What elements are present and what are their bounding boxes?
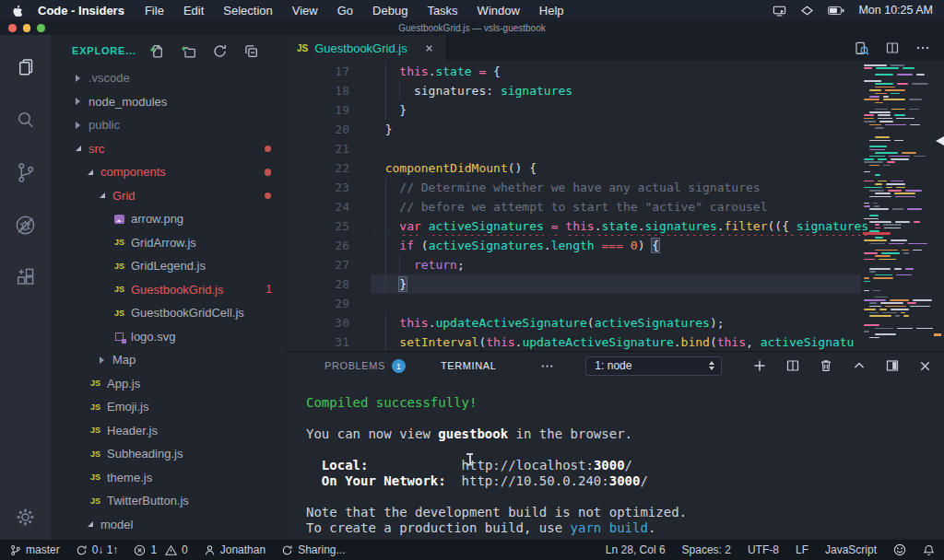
menu-view[interactable]: View	[292, 4, 318, 18]
code-line-24[interactable]: 24 // before we attempt to start the "ac…	[286, 197, 944, 216]
collapse-all-icon[interactable]	[243, 43, 259, 59]
tree-item-logo-svg[interactable]: logo.svg	[51, 325, 286, 349]
source-control-icon[interactable]	[0, 146, 51, 199]
tab-terminal[interactable]: TERMINAL	[441, 360, 496, 371]
status-sharing-label: Sharing...	[298, 543, 345, 556]
code-line-17[interactable]: 17 this.state = {	[286, 62, 944, 81]
split-terminal-icon[interactable]	[785, 358, 800, 373]
code-line-21[interactable]: 21	[286, 139, 944, 158]
tree-item--vscode[interactable]: .vscode	[51, 66, 286, 90]
menu-selection[interactable]: Selection	[223, 4, 272, 18]
code-line-30[interactable]: 30 this.updateActiveSignature(activeSign…	[286, 313, 944, 332]
new-folder-icon[interactable]	[181, 43, 196, 59]
panel-more-icon[interactable]	[540, 359, 554, 373]
window-close-button[interactable]	[8, 24, 17, 32]
settings-gear-icon[interactable]	[0, 494, 51, 540]
search-icon[interactable]	[0, 94, 51, 146]
tree-item-grid[interactable]: Grid	[51, 184, 286, 208]
code-editor[interactable]: 17 this.state = {18 signatures: signatur…	[286, 61, 944, 351]
status-indentation[interactable]: Spaces: 2	[682, 543, 731, 556]
terminal-instance-select[interactable]: 1: node	[585, 356, 722, 376]
tree-item-guestbookgridcell-js[interactable]: JSGuestbookGridCell.js	[51, 301, 286, 325]
code-line-26[interactable]: 26 if (activeSignatures.length === 0) {	[286, 236, 944, 255]
tree-item-gridarrow-js[interactable]: JSGridArrow.js	[51, 231, 286, 255]
code-line-23[interactable]: 23 // Determine whether we have any actu…	[286, 178, 944, 197]
tab-problems[interactable]: PROBLEMS 1	[324, 359, 406, 373]
refresh-icon[interactable]	[212, 43, 228, 59]
explorer-icon[interactable]	[0, 41, 51, 94]
code-line-27[interactable]: 27 return;	[286, 255, 944, 274]
open-changes-icon[interactable]	[854, 41, 869, 56]
status-eol[interactable]: LF	[796, 543, 808, 556]
menu-go[interactable]: Go	[337, 4, 353, 18]
tree-item-node-modules[interactable]: node_modules	[51, 90, 286, 114]
split-editor-icon[interactable]	[885, 41, 900, 55]
tree-item-map[interactable]: Map	[51, 348, 286, 372]
more-icon[interactable]	[915, 41, 930, 55]
tree-item-public[interactable]: public	[51, 113, 286, 137]
status-encoding[interactable]: UTF-8	[748, 543, 779, 556]
menu-tasks[interactable]: Tasks	[427, 4, 457, 18]
tree-item-src[interactable]: src	[51, 137, 286, 161]
maximize-panel-icon[interactable]	[852, 358, 867, 373]
window-minimize-button[interactable]	[23, 24, 31, 32]
tree-item-emoji-js[interactable]: JSEmoji.js	[51, 395, 286, 419]
app-menu[interactable]: Code - Insiders	[38, 4, 124, 18]
status-sharing[interactable]: Sharing...	[281, 543, 345, 556]
window-title-bar[interactable]: GuestbookGrid.js — vsls-guestbook	[0, 20, 944, 35]
battery-icon[interactable]	[828, 6, 844, 16]
apple-menu-icon[interactable]	[11, 5, 23, 17]
debug-icon[interactable]	[0, 199, 51, 251]
status-user[interactable]: Jonathan	[204, 543, 266, 556]
menu-bar-clock[interactable]: Mon 10:25 AM	[858, 4, 933, 17]
code-line-31[interactable]: 31 setInterval(this.updateActiveSignatur…	[286, 332, 944, 351]
terminal-output[interactable]: Compiled successfully! You can now view …	[286, 379, 944, 540]
close-panel-icon[interactable]	[918, 359, 932, 373]
tab-close-icon[interactable]	[423, 42, 435, 54]
kill-terminal-icon[interactable]	[819, 358, 833, 373]
screen-mirroring-icon[interactable]	[773, 4, 786, 18]
person-icon	[204, 544, 216, 556]
new-terminal-icon[interactable]	[752, 358, 767, 373]
status-feedback[interactable]	[893, 543, 906, 556]
tree-item-gridlegend-js[interactable]: JSGridLegend.js	[51, 254, 286, 278]
status-branch[interactable]: master	[9, 543, 60, 556]
menu-debug[interactable]: Debug	[372, 4, 407, 18]
tree-item-components[interactable]: components	[51, 160, 286, 184]
line-number: 21	[286, 139, 371, 158]
status-sync[interactable]: 0↓ 1↑	[76, 543, 119, 556]
tree-item-app-js[interactable]: JSApp.js	[51, 372, 286, 396]
code-line-25[interactable]: 25 var activeSignatures = this.state.sig…	[286, 216, 944, 236]
status-notifications[interactable]	[923, 544, 935, 556]
code-line-19[interactable]: 19 }	[286, 100, 944, 120]
window-zoom-button[interactable]	[37, 24, 45, 32]
minimap[interactable]	[861, 61, 931, 351]
tab-guestbookgrid-js[interactable]: JS GuestbookGrid.js	[286, 35, 447, 61]
code-line-29[interactable]: 29	[286, 294, 944, 313]
menu-window[interactable]: Window	[478, 4, 520, 18]
overview-ruler[interactable]	[931, 61, 944, 351]
shape-diamond-icon[interactable]	[800, 4, 814, 18]
code-line-22[interactable]: 22 componentDidMount() {	[286, 158, 944, 178]
menu-help[interactable]: Help	[539, 4, 564, 18]
tree-item-twitterbutton-js[interactable]: JSTwitterButton.js	[51, 489, 286, 513]
code-line-18[interactable]: 18 signatures: signatures	[286, 81, 944, 100]
menu-file[interactable]: File	[145, 4, 164, 18]
code-line-20[interactable]: 20 }	[286, 120, 944, 139]
tree-item-model[interactable]: model	[51, 513, 286, 537]
code-line-28[interactable]: 28 }	[286, 274, 944, 294]
extensions-icon[interactable]	[0, 251, 51, 304]
move-panel-icon[interactable]	[885, 358, 900, 373]
code-line-text: }	[371, 120, 944, 139]
code-line-text: signatures: signatures	[371, 81, 944, 100]
status-language[interactable]: JavaScript	[825, 543, 877, 556]
tree-item-subheading-js[interactable]: JSSubheading.js	[51, 442, 286, 466]
tree-item-header-js[interactable]: JSHeader.js	[51, 419, 286, 443]
tree-item-theme-js[interactable]: JStheme.js	[51, 466, 286, 490]
tree-item-arrow-png[interactable]: arrow.png	[51, 207, 286, 231]
tree-item-guestbookgrid-js[interactable]: JSGuestbookGrid.js1	[51, 278, 286, 302]
status-problems[interactable]: 10	[134, 543, 187, 556]
menu-edit[interactable]: Edit	[183, 4, 204, 18]
new-file-icon[interactable]	[149, 43, 165, 59]
status-cursor-position[interactable]: Ln 28, Col 6	[606, 543, 666, 556]
